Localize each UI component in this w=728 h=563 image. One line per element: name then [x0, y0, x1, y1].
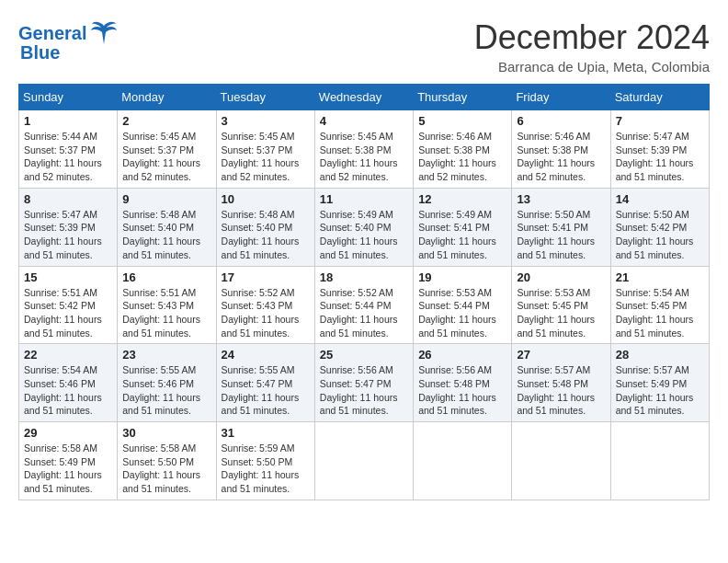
- day-info: Sunrise: 5:45 AMSunset: 5:37 PMDaylight:…: [122, 130, 210, 184]
- day-number: 30: [122, 426, 210, 440]
- day-cell: 25Sunrise: 5:56 AMSunset: 5:47 PMDayligh…: [314, 344, 413, 422]
- day-cell: 21Sunrise: 5:54 AMSunset: 5:45 PMDayligh…: [610, 266, 709, 344]
- day-info: Sunrise: 5:55 AMSunset: 5:46 PMDaylight:…: [122, 363, 210, 418]
- day-number: 19: [418, 270, 506, 284]
- day-cell: 9Sunrise: 5:48 AMSunset: 5:40 PMDaylight…: [118, 188, 216, 266]
- day-info: Sunrise: 5:51 AMSunset: 5:42 PMDaylight:…: [24, 286, 112, 340]
- day-cell: 23Sunrise: 5:55 AMSunset: 5:46 PMDayligh…: [118, 344, 216, 422]
- day-number: 20: [517, 270, 605, 284]
- day-number: 29: [24, 426, 112, 440]
- day-cell: 18Sunrise: 5:52 AMSunset: 5:44 PMDayligh…: [314, 266, 413, 344]
- weekday-header-saturday: Saturday: [610, 85, 709, 110]
- day-cell: 1Sunrise: 5:44 AMSunset: 5:37 PMDaylight…: [19, 110, 118, 189]
- day-number: 27: [517, 348, 605, 362]
- day-info: Sunrise: 5:51 AMSunset: 5:43 PMDaylight:…: [122, 286, 210, 340]
- day-info: Sunrise: 5:58 AMSunset: 5:50 PMDaylight:…: [122, 442, 210, 496]
- day-info: Sunrise: 5:56 AMSunset: 5:48 PMDaylight:…: [418, 363, 506, 418]
- logo-blue: Blue: [20, 42, 60, 63]
- day-number: 18: [320, 270, 408, 284]
- day-info: Sunrise: 5:54 AMSunset: 5:46 PMDaylight:…: [24, 363, 112, 418]
- day-cell: 3Sunrise: 5:45 AMSunset: 5:37 PMDaylight…: [216, 110, 314, 189]
- day-cell: 29Sunrise: 5:58 AMSunset: 5:49 PMDayligh…: [19, 422, 118, 500]
- day-number: 9: [122, 192, 210, 206]
- day-number: 6: [517, 114, 605, 128]
- day-info: Sunrise: 5:53 AMSunset: 5:45 PMDaylight:…: [517, 286, 605, 340]
- day-number: 3: [222, 114, 310, 128]
- day-info: Sunrise: 5:47 AMSunset: 5:39 PMDaylight:…: [616, 130, 704, 184]
- day-number: 8: [24, 192, 112, 206]
- day-info: Sunrise: 5:48 AMSunset: 5:40 PMDaylight:…: [122, 208, 210, 262]
- day-info: Sunrise: 5:46 AMSunset: 5:38 PMDaylight:…: [418, 130, 506, 184]
- day-number: 13: [517, 192, 605, 206]
- day-number: 26: [418, 348, 506, 362]
- day-info: Sunrise: 5:44 AMSunset: 5:37 PMDaylight:…: [24, 130, 112, 184]
- weekday-header-sunday: Sunday: [19, 85, 118, 110]
- day-number: 14: [616, 192, 704, 206]
- day-number: 12: [418, 192, 506, 206]
- day-number: 17: [222, 270, 310, 284]
- day-cell: 16Sunrise: 5:51 AMSunset: 5:43 PMDayligh…: [118, 266, 216, 344]
- day-number: 24: [222, 348, 310, 362]
- logo-general: General: [18, 23, 86, 43]
- week-row-2: 8Sunrise: 5:47 AMSunset: 5:39 PMDaylight…: [19, 188, 710, 266]
- day-cell: 19Sunrise: 5:53 AMSunset: 5:44 PMDayligh…: [414, 266, 512, 344]
- day-cell: 30Sunrise: 5:58 AMSunset: 5:50 PMDayligh…: [118, 422, 216, 500]
- day-info: Sunrise: 5:59 AMSunset: 5:50 PMDaylight:…: [222, 442, 310, 496]
- day-info: Sunrise: 5:54 AMSunset: 5:45 PMDaylight:…: [616, 286, 704, 340]
- day-number: 5: [418, 114, 506, 128]
- day-cell: 20Sunrise: 5:53 AMSunset: 5:45 PMDayligh…: [512, 266, 610, 344]
- weekday-header-row: SundayMondayTuesdayWednesdayThursdayFrid…: [19, 85, 710, 110]
- day-cell: [314, 422, 413, 500]
- day-cell: 28Sunrise: 5:57 AMSunset: 5:49 PMDayligh…: [610, 344, 709, 422]
- day-info: Sunrise: 5:48 AMSunset: 5:40 PMDaylight:…: [222, 208, 310, 262]
- day-number: 31: [222, 426, 310, 440]
- day-number: 28: [616, 348, 704, 362]
- day-number: 4: [320, 114, 408, 128]
- day-cell: 17Sunrise: 5:52 AMSunset: 5:43 PMDayligh…: [216, 266, 314, 344]
- day-cell: 27Sunrise: 5:57 AMSunset: 5:48 PMDayligh…: [512, 344, 610, 422]
- day-number: 10: [222, 192, 310, 206]
- day-info: Sunrise: 5:57 AMSunset: 5:49 PMDaylight:…: [616, 363, 704, 418]
- day-info: Sunrise: 5:52 AMSunset: 5:44 PMDaylight:…: [320, 286, 408, 340]
- day-info: Sunrise: 5:45 AMSunset: 5:37 PMDaylight:…: [222, 130, 310, 184]
- day-cell: 14Sunrise: 5:50 AMSunset: 5:42 PMDayligh…: [610, 188, 709, 266]
- week-row-3: 15Sunrise: 5:51 AMSunset: 5:42 PMDayligh…: [19, 266, 710, 344]
- day-number: 1: [24, 114, 112, 128]
- location-text: Barranca de Upia, Meta, Colombia: [474, 59, 710, 75]
- day-cell: 12Sunrise: 5:49 AMSunset: 5:41 PMDayligh…: [414, 188, 512, 266]
- day-cell: [512, 422, 610, 500]
- day-cell: 4Sunrise: 5:45 AMSunset: 5:38 PMDaylight…: [314, 110, 413, 189]
- day-info: Sunrise: 5:46 AMSunset: 5:38 PMDaylight:…: [517, 130, 605, 184]
- day-cell: 31Sunrise: 5:59 AMSunset: 5:50 PMDayligh…: [216, 422, 314, 500]
- day-number: 25: [320, 348, 408, 362]
- week-row-4: 22Sunrise: 5:54 AMSunset: 5:46 PMDayligh…: [19, 344, 710, 422]
- day-number: 22: [24, 348, 112, 362]
- day-number: 2: [122, 114, 210, 128]
- day-info: Sunrise: 5:56 AMSunset: 5:47 PMDaylight:…: [320, 363, 408, 418]
- weekday-header-tuesday: Tuesday: [216, 85, 314, 110]
- day-info: Sunrise: 5:47 AMSunset: 5:39 PMDaylight:…: [24, 208, 112, 262]
- day-info: Sunrise: 5:58 AMSunset: 5:49 PMDaylight:…: [24, 442, 112, 496]
- day-number: 11: [320, 192, 408, 206]
- weekday-header-thursday: Thursday: [414, 85, 512, 110]
- day-info: Sunrise: 5:57 AMSunset: 5:48 PMDaylight:…: [517, 363, 605, 418]
- day-info: Sunrise: 5:52 AMSunset: 5:43 PMDaylight:…: [222, 286, 310, 340]
- day-cell: 7Sunrise: 5:47 AMSunset: 5:39 PMDaylight…: [610, 110, 709, 189]
- day-info: Sunrise: 5:50 AMSunset: 5:41 PMDaylight:…: [517, 208, 605, 262]
- day-cell: 11Sunrise: 5:49 AMSunset: 5:40 PMDayligh…: [314, 188, 413, 266]
- day-cell: [610, 422, 709, 500]
- page-header: General Blue December 2024 Barranca de U…: [18, 18, 710, 75]
- title-section: December 2024 Barranca de Upia, Meta, Co…: [474, 18, 710, 75]
- day-cell: 10Sunrise: 5:48 AMSunset: 5:40 PMDayligh…: [216, 188, 314, 266]
- calendar-table: SundayMondayTuesdayWednesdayThursdayFrid…: [18, 84, 710, 500]
- week-row-1: 1Sunrise: 5:44 AMSunset: 5:37 PMDaylight…: [19, 110, 710, 189]
- day-number: 16: [122, 270, 210, 284]
- day-number: 23: [122, 348, 210, 362]
- day-cell: [414, 422, 512, 500]
- day-number: 21: [616, 270, 704, 284]
- day-info: Sunrise: 5:49 AMSunset: 5:40 PMDaylight:…: [320, 208, 408, 262]
- day-number: 15: [24, 270, 112, 284]
- logo: General Blue: [18, 18, 118, 63]
- day-cell: 5Sunrise: 5:46 AMSunset: 5:38 PMDaylight…: [414, 110, 512, 189]
- day-info: Sunrise: 5:49 AMSunset: 5:41 PMDaylight:…: [418, 208, 506, 262]
